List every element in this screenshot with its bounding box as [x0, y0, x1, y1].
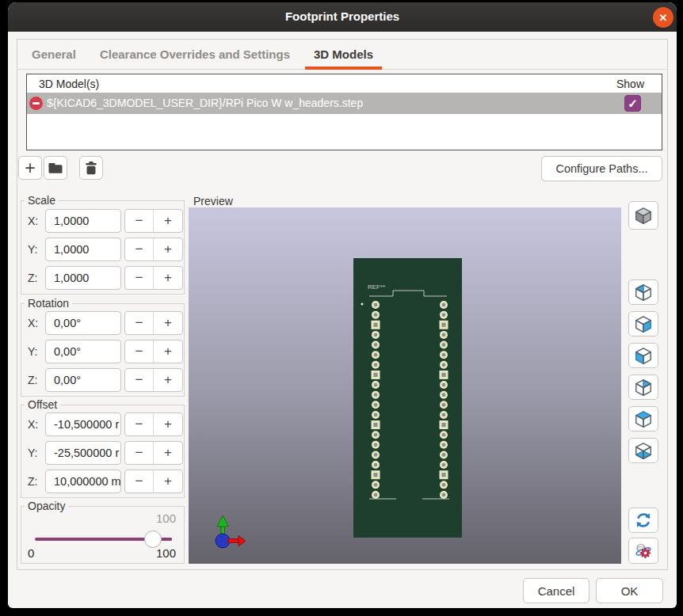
- rotation-x-label: X:: [28, 317, 45, 329]
- opacity-min-label: 0: [28, 546, 34, 560]
- iso-cube-icon: [633, 205, 654, 226]
- offset-x-input[interactable]: [45, 413, 121, 436]
- model-row[interactable]: ${KICAD6_3DMODEL_USER_DIR}/RPi Pico W w_…: [27, 93, 662, 114]
- rotation-group: Rotation X: − + Y: − + Z: − +: [21, 303, 185, 397]
- scale-x-increment-button[interactable]: +: [154, 210, 182, 232]
- rotation-y-stepper: − +: [124, 340, 183, 363]
- offset-y-decrement-button[interactable]: −: [125, 442, 154, 464]
- board-ref-text: REF**: [368, 283, 385, 291]
- view-right-button[interactable]: [628, 311, 658, 337]
- column-header-show[interactable]: Show: [616, 78, 644, 90]
- rotation-x-stepper: − +: [124, 311, 183, 335]
- configure-paths-button[interactable]: Configure Paths...: [541, 156, 662, 181]
- reload-preview-button[interactable]: [628, 508, 658, 533]
- add-model-button[interactable]: +: [18, 156, 42, 180]
- tab-3d-models[interactable]: 3D Models: [314, 39, 373, 69]
- plus-icon: +: [25, 158, 35, 179]
- view-back-cube-icon: [633, 377, 654, 397]
- offset-z-stepper: − +: [124, 470, 183, 493]
- view-bottom-cube-icon: [633, 440, 654, 461]
- scale-y-decrement-button[interactable]: −: [125, 238, 154, 260]
- tab-general[interactable]: General: [32, 39, 76, 69]
- model-list-header: 3D Model(s) Show: [27, 74, 662, 93]
- offset-y-increment-button[interactable]: +: [154, 442, 182, 464]
- delete-model-button[interactable]: [79, 156, 103, 180]
- rotation-z-label: Z:: [28, 374, 45, 386]
- offset-x-increment-button[interactable]: +: [154, 413, 182, 435]
- folder-icon: [48, 160, 63, 176]
- pcb-board: REF**: [353, 258, 462, 538]
- offset-x-decrement-button[interactable]: −: [125, 413, 154, 435]
- view-left-button[interactable]: [628, 279, 658, 305]
- offset-x-label: X:: [28, 418, 45, 431]
- offset-group: Offset X: − + Y: − + Z: − +: [21, 405, 185, 498]
- opacity-slider-track-end: [166, 538, 172, 541]
- opacity-max-label: 100: [156, 546, 176, 560]
- opacity-current-value: 100: [156, 511, 176, 525]
- view-front-button[interactable]: [628, 343, 658, 368]
- show-checkbox[interactable]: ✓: [624, 95, 641, 112]
- preview-title: Preview: [193, 195, 233, 207]
- view-left-cube-icon: [633, 282, 654, 302]
- opacity-group-title: Opacity: [25, 500, 68, 512]
- trash-icon: [83, 160, 99, 176]
- rotation-z-increment-button[interactable]: +: [154, 369, 182, 391]
- cancel-button[interactable]: Cancel: [523, 578, 590, 603]
- pin1-marker: [361, 302, 363, 305]
- rotation-y-increment-button[interactable]: +: [154, 340, 182, 363]
- scale-group-title: Scale: [25, 194, 59, 207]
- browse-model-button[interactable]: [44, 156, 67, 180]
- isometric-view-button[interactable]: [628, 201, 658, 230]
- scale-x-decrement-button[interactable]: −: [125, 210, 154, 232]
- model-path: ${KICAD6_3DMODEL_USER_DIR}/RPi Pico W w_…: [47, 97, 363, 109]
- settings-gear-icon: [634, 542, 653, 561]
- refresh-icon: [634, 511, 653, 530]
- opacity-slider-handle[interactable]: [144, 530, 162, 548]
- scale-x-label: X:: [28, 215, 45, 227]
- offset-y-stepper: − +: [124, 441, 183, 465]
- opacity-group: Opacity 100 0 100: [21, 506, 185, 564]
- rotation-x-increment-button[interactable]: +: [154, 312, 182, 334]
- missing-model-icon: [29, 97, 43, 110]
- rotation-z-stepper: − +: [124, 368, 183, 392]
- scale-x-stepper: − +: [124, 209, 183, 233]
- preview-canvas[interactable]: REF**: [189, 207, 621, 564]
- scale-group: Scale X: − + Y: − + Z: − +: [21, 200, 185, 295]
- offset-z-decrement-button[interactable]: −: [125, 470, 154, 492]
- scale-z-input[interactable]: [45, 266, 121, 290]
- view-bottom-button[interactable]: [628, 438, 658, 463]
- rotation-x-input[interactable]: [45, 311, 121, 335]
- preview-settings-button[interactable]: [628, 538, 658, 564]
- view-back-button[interactable]: [628, 375, 658, 400]
- close-icon: ✕: [659, 13, 668, 23]
- scale-y-increment-button[interactable]: +: [154, 238, 182, 260]
- offset-y-input[interactable]: [45, 441, 121, 465]
- column-header-model[interactable]: 3D Model(s): [39, 78, 99, 90]
- rotation-z-input[interactable]: [45, 368, 121, 392]
- view-top-button[interactable]: [628, 406, 658, 432]
- window-title: Footprint Properties: [8, 10, 677, 23]
- scale-y-label: Y:: [28, 243, 45, 256]
- ok-button[interactable]: OK: [596, 578, 663, 603]
- scale-x-input[interactable]: [45, 209, 121, 233]
- offset-z-increment-button[interactable]: +: [154, 470, 182, 492]
- rotation-y-decrement-button[interactable]: −: [125, 340, 154, 363]
- offset-z-label: Z:: [28, 475, 45, 488]
- scale-z-label: Z:: [28, 272, 45, 284]
- rotation-y-label: Y:: [28, 345, 45, 358]
- titlebar[interactable]: Footprint Properties ✕: [8, 2, 677, 32]
- rotation-x-decrement-button[interactable]: −: [125, 312, 154, 334]
- scale-z-increment-button[interactable]: +: [154, 267, 182, 289]
- offset-x-stepper: − +: [124, 413, 183, 436]
- tab-clearance-overrides[interactable]: Clearance Overrides and Settings: [100, 39, 290, 69]
- x-axis-arrow: [228, 539, 238, 543]
- view-top-cube-icon: [633, 409, 654, 429]
- rotation-z-decrement-button[interactable]: −: [125, 369, 154, 391]
- offset-z-input[interactable]: [45, 470, 121, 493]
- scale-y-input[interactable]: [45, 238, 121, 261]
- rotation-y-input[interactable]: [45, 340, 121, 363]
- close-button[interactable]: ✕: [653, 7, 673, 28]
- footprint-properties-dialog: Footprint Properties ✕ General Clearance…: [8, 2, 677, 608]
- scale-z-decrement-button[interactable]: −: [125, 267, 154, 289]
- rotation-group-title: Rotation: [25, 297, 72, 310]
